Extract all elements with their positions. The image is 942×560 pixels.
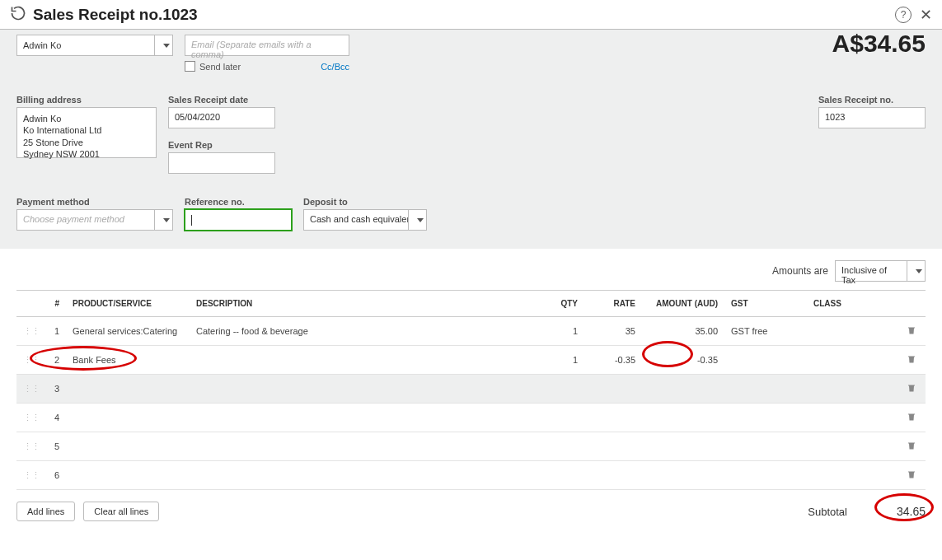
line-class[interactable] — [807, 346, 897, 375]
line-rate[interactable] — [584, 375, 642, 404]
line-rate[interactable] — [584, 432, 642, 461]
chevron-down-icon — [417, 218, 424, 222]
line-amount[interactable]: -0.35 — [642, 346, 724, 375]
trash-icon[interactable] — [907, 382, 916, 394]
trash-icon[interactable] — [907, 353, 916, 365]
amounts-are-caret[interactable] — [907, 260, 926, 282]
line-num: 2 — [38, 346, 66, 375]
col-product: PRODUCT/SERVICE — [66, 291, 190, 317]
deposit-to-caret[interactable] — [409, 209, 427, 231]
drag-handle-icon[interactable]: ⋮⋮ — [23, 355, 38, 366]
trash-icon[interactable] — [907, 411, 916, 422]
line-qty[interactable] — [535, 461, 584, 490]
line-description[interactable] — [190, 432, 535, 461]
line-qty[interactable] — [535, 375, 584, 404]
line-product[interactable]: General services:Catering — [66, 317, 190, 346]
line-gst[interactable] — [724, 404, 807, 432]
table-row[interactable]: ⋮⋮4 — [16, 404, 926, 432]
history-icon[interactable] — [10, 5, 26, 24]
form-area: Adwin Ko Email (Separate emails with a c… — [0, 30, 942, 249]
receipt-no-input[interactable]: 1023 — [818, 107, 926, 128]
drag-handle-icon[interactable]: ⋮⋮ — [23, 413, 38, 423]
line-class[interactable] — [807, 317, 897, 346]
line-qty[interactable] — [535, 432, 584, 461]
line-product[interactable]: Bank Fees — [66, 346, 190, 375]
line-amount[interactable] — [642, 432, 724, 461]
line-rate[interactable] — [584, 404, 642, 432]
amount-total: A$34.65 — [832, 30, 926, 58]
table-row[interactable]: ⋮⋮3 — [16, 375, 926, 404]
line-class[interactable] — [807, 461, 897, 490]
reference-no-input[interactable] — [185, 209, 292, 231]
customer-select[interactable]: Adwin Ko — [16, 35, 155, 56]
deposit-to-label: Deposit to — [303, 197, 427, 207]
trash-icon[interactable] — [907, 469, 916, 480]
line-amount[interactable] — [642, 404, 724, 432]
line-description[interactable] — [190, 404, 535, 432]
line-qty[interactable] — [535, 404, 584, 432]
line-num: 6 — [38, 461, 66, 490]
payment-method-caret[interactable] — [155, 209, 173, 231]
line-qty[interactable]: 1 — [535, 317, 584, 346]
add-lines-button[interactable]: Add lines — [16, 502, 75, 521]
line-amount[interactable]: 35.00 — [642, 317, 724, 346]
col-rate: RATE — [584, 291, 642, 317]
table-row[interactable]: ⋮⋮2Bank Fees1-0.35-0.35 — [16, 346, 926, 375]
line-gst[interactable] — [724, 375, 807, 404]
table-row[interactable]: ⋮⋮5 — [16, 432, 926, 461]
reference-no-label: Reference no. — [185, 197, 292, 207]
line-gst[interactable] — [724, 346, 807, 375]
line-rate[interactable]: 35 — [584, 317, 642, 346]
items-area: Amounts are Inclusive of Tax # PRODUCT/S… — [0, 249, 942, 538]
customer-name: Adwin Ko — [23, 40, 61, 50]
send-later-label: Send later — [199, 62, 241, 72]
line-gst[interactable] — [724, 461, 807, 490]
payment-method-select[interactable]: Choose payment method — [16, 209, 155, 231]
line-description[interactable] — [190, 461, 535, 490]
drag-handle-icon[interactable]: ⋮⋮ — [23, 384, 38, 394]
col-amount: AMOUNT (AUD) — [642, 291, 724, 317]
trash-icon[interactable] — [907, 440, 916, 451]
ccbcc-link[interactable]: Cc/Bcc — [321, 62, 349, 72]
table-row[interactable]: ⋮⋮6 — [16, 461, 926, 490]
clear-all-lines-button[interactable]: Clear all lines — [83, 502, 159, 521]
line-qty[interactable]: 1 — [535, 346, 584, 375]
line-amount[interactable] — [642, 375, 724, 404]
line-gst[interactable] — [724, 432, 807, 461]
line-num: 5 — [38, 432, 66, 461]
deposit-to-select[interactable]: Cash and cash equivaler — [303, 209, 409, 231]
line-rate[interactable] — [584, 461, 642, 490]
drag-handle-icon[interactable]: ⋮⋮ — [23, 470, 38, 481]
trash-icon[interactable] — [907, 324, 916, 336]
close-icon[interactable]: ✕ — [920, 6, 932, 24]
table-row[interactable]: ⋮⋮1General services:CateringCatering -- … — [16, 317, 926, 346]
line-description[interactable] — [190, 375, 535, 404]
payment-method-label: Payment method — [16, 197, 173, 207]
line-gst[interactable]: GST free — [724, 317, 807, 346]
line-amount[interactable] — [642, 461, 724, 490]
customer-select-caret[interactable] — [155, 35, 173, 56]
line-product[interactable] — [66, 432, 190, 461]
line-product[interactable] — [66, 404, 190, 432]
help-icon[interactable]: ? — [895, 7, 912, 23]
amounts-are-select[interactable]: Inclusive of Tax — [835, 260, 907, 282]
line-class[interactable] — [807, 375, 897, 404]
line-class[interactable] — [807, 432, 897, 461]
line-num: 4 — [38, 404, 66, 432]
receipt-date-input[interactable]: 05/04/2020 — [168, 107, 275, 128]
line-description[interactable]: Catering -- food & beverage — [190, 317, 535, 346]
event-rep-input[interactable] — [168, 152, 275, 174]
line-num: 1 — [38, 317, 66, 346]
email-input[interactable]: Email (Separate emails with a comma) — [185, 35, 349, 56]
billing-address-textarea[interactable]: Adwin Ko Ko International Ltd 25 Stone D… — [16, 107, 157, 158]
drag-handle-icon[interactable]: ⋮⋮ — [23, 441, 38, 452]
line-description[interactable] — [190, 346, 535, 375]
col-num: # — [38, 291, 66, 317]
line-product[interactable] — [66, 461, 190, 490]
line-product[interactable] — [66, 375, 190, 404]
send-later-checkbox[interactable] — [185, 61, 195, 72]
subtotal-label: Subtotal — [808, 506, 847, 518]
line-rate[interactable]: -0.35 — [584, 346, 642, 375]
line-class[interactable] — [807, 404, 897, 432]
drag-handle-icon[interactable]: ⋮⋮ — [23, 326, 38, 337]
